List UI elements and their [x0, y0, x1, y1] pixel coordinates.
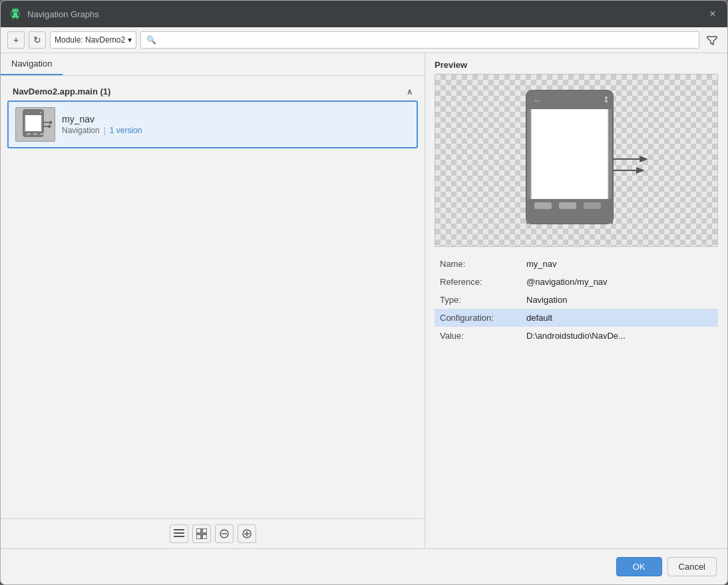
list-view-button[interactable]	[170, 524, 188, 543]
refresh-button[interactable]: ↻	[29, 31, 46, 49]
left-panel: Navigation NavDemo2.app.main (1) ∧	[1, 53, 425, 548]
main-content: Navigation NavDemo2.app.main (1) ∧	[1, 53, 727, 548]
navigation-graphs-dialog: Navigation Graphs × + ↻ Module: NavDemo2…	[0, 0, 728, 585]
right-panel: Preview ←	[425, 53, 727, 548]
add-button[interactable]: +	[7, 31, 25, 49]
add-icon	[242, 529, 252, 538]
filter-button[interactable]	[703, 31, 721, 49]
details-row-name: Name: my_nav	[435, 255, 718, 273]
footer: OK Cancel	[1, 548, 727, 584]
svg-rect-18	[202, 528, 207, 533]
details-value-value: D:\androidstudio\NavDe...	[526, 331, 713, 341]
bottom-toolbar	[1, 518, 425, 548]
module-label: Module: NavDemo2	[55, 35, 125, 45]
tab-navigation[interactable]: Navigation	[1, 53, 63, 75]
svg-marker-13	[49, 124, 51, 128]
svg-marker-11	[50, 120, 53, 124]
details-value-type: Navigation	[526, 295, 713, 305]
meta-separator: |	[104, 126, 106, 135]
title-bar-left: Navigation Graphs	[9, 7, 99, 21]
svg-rect-20	[202, 534, 207, 539]
svg-rect-19	[196, 534, 201, 539]
details-value-configuration: default	[526, 313, 713, 323]
svg-rect-16	[174, 536, 184, 537]
nav-thumbnail: ←	[15, 107, 55, 142]
svg-rect-14	[174, 529, 184, 530]
cancel-button[interactable]: Cancel	[667, 557, 717, 576]
details-label-type: Type:	[440, 295, 526, 305]
nav-item-type: Navigation	[62, 126, 100, 135]
search-input[interactable]	[159, 35, 693, 45]
preview-area: ←	[435, 74, 718, 247]
svg-rect-34	[526, 219, 613, 224]
svg-text:←: ←	[27, 110, 30, 114]
search-icon: 🔍	[146, 35, 156, 45]
svg-rect-8	[33, 133, 37, 135]
svg-rect-1	[25, 114, 41, 131]
collapse-icon[interactable]: ∧	[407, 87, 413, 97]
grid-view-icon	[196, 528, 207, 539]
svg-marker-41	[636, 167, 645, 174]
details-row-configuration: Configuration: default	[435, 309, 718, 327]
svg-point-6	[40, 112, 41, 113]
module-dropdown[interactable]: Module: NavDemo2 ▾	[50, 31, 136, 49]
details-value-reference: @navigation/my_nav	[526, 277, 713, 287]
svg-rect-37	[584, 202, 601, 209]
ok-button[interactable]: OK	[616, 557, 662, 576]
grid-view-button[interactable]	[192, 524, 211, 543]
preview-svg: ←	[470, 81, 683, 240]
svg-rect-7	[27, 133, 31, 135]
tab-bar: Navigation	[1, 53, 425, 76]
nav-item-version: 1 version	[110, 126, 142, 135]
details-row-type: Type: Navigation	[435, 291, 718, 309]
svg-marker-39	[639, 156, 648, 162]
preview-header: Preview	[425, 53, 727, 74]
group-name: NavDemo2.app.main (1)	[13, 87, 110, 97]
add-item-button[interactable]	[238, 524, 256, 543]
nav-item-name: my_nav	[62, 114, 410, 124]
details-label-configuration: Configuration:	[440, 313, 526, 323]
nav-thumbnail-svg: ←	[18, 109, 53, 140]
svg-rect-27	[531, 107, 608, 200]
svg-point-32	[605, 100, 608, 102]
dialog-title: Navigation Graphs	[27, 9, 99, 19]
list-area: NavDemo2.app.main (1) ∧	[1, 76, 425, 518]
nav-item-meta: Navigation | 1 version	[62, 126, 410, 135]
details-row-reference: Reference: @navigation/my_nav	[435, 273, 718, 291]
details-label-reference: Reference:	[440, 277, 526, 287]
details-label-name: Name:	[440, 259, 526, 269]
nav-item-my-nav[interactable]: ←	[7, 100, 418, 148]
title-bar: Navigation Graphs ×	[1, 1, 727, 27]
svg-rect-15	[174, 532, 184, 534]
close-button[interactable]: ×	[706, 7, 719, 21]
filter-icon	[707, 35, 717, 45]
details-table: Name: my_nav Reference: @navigation/my_n…	[435, 255, 718, 548]
details-row-value: Value: D:\androidstudio\NavDe...	[435, 327, 718, 345]
svg-rect-17	[196, 528, 201, 533]
android-logo-icon	[9, 7, 22, 21]
remove-button[interactable]	[215, 524, 234, 543]
toolbar: + ↻ Module: NavDemo2 ▾ 🔍	[1, 27, 727, 53]
nav-item-info: my_nav Navigation | 1 version	[62, 114, 410, 135]
details-label-value: Value:	[440, 331, 526, 341]
group-header: NavDemo2.app.main (1) ∧	[7, 83, 418, 100]
details-value-name: my_nav	[526, 259, 713, 269]
dropdown-chevron-icon: ▾	[128, 35, 132, 45]
svg-point-31	[605, 97, 608, 99]
svg-rect-35	[534, 202, 552, 209]
minus-icon	[220, 529, 229, 538]
svg-rect-9	[40, 133, 44, 135]
list-view-icon	[174, 529, 184, 538]
svg-text:←: ←	[533, 95, 542, 105]
search-box: 🔍	[140, 31, 699, 49]
svg-rect-36	[559, 202, 576, 209]
